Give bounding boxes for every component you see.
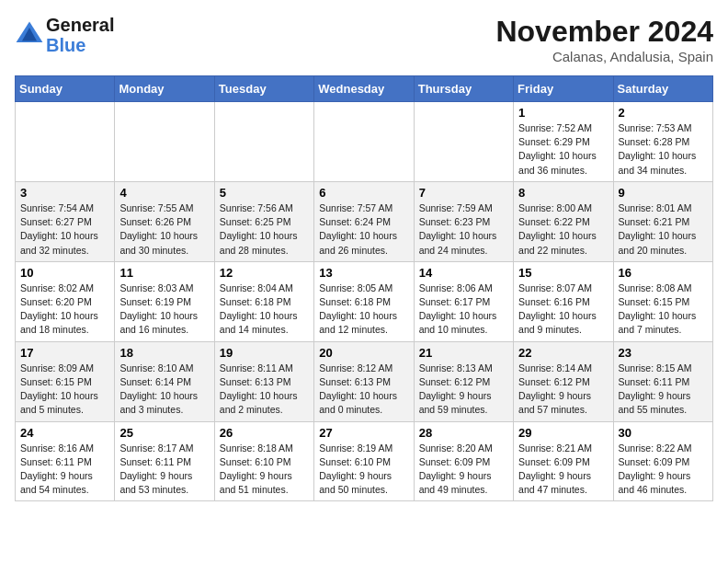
weekday-header: Thursday bbox=[414, 76, 513, 102]
day-number: 15 bbox=[518, 266, 608, 280]
calendar-cell: 28Sunrise: 8:20 AM Sunset: 6:09 PM Dayli… bbox=[414, 421, 513, 501]
day-info: Sunrise: 8:05 AM Sunset: 6:18 PM Dayligh… bbox=[319, 282, 408, 338]
day-info: Sunrise: 8:16 AM Sunset: 6:11 PM Dayligh… bbox=[20, 442, 109, 498]
calendar-cell: 10Sunrise: 8:02 AM Sunset: 6:20 PM Dayli… bbox=[16, 261, 115, 341]
day-info: Sunrise: 8:01 AM Sunset: 6:21 PM Dayligh… bbox=[619, 201, 708, 258]
calendar-cell: 19Sunrise: 8:11 AM Sunset: 6:13 PM Dayli… bbox=[214, 341, 313, 421]
day-info: Sunrise: 7:55 AM Sunset: 6:26 PM Dayligh… bbox=[119, 201, 209, 258]
calendar-cell: 18Sunrise: 8:10 AM Sunset: 6:14 PM Dayli… bbox=[115, 341, 214, 421]
calendar-cell: 5Sunrise: 7:56 AM Sunset: 6:25 PM Daylig… bbox=[214, 181, 313, 261]
day-number: 30 bbox=[619, 426, 708, 440]
title-area: November 2024 Calanas, Andalusia, Spain bbox=[495, 15, 713, 64]
calendar-week-row: 3Sunrise: 7:54 AM Sunset: 6:27 PM Daylig… bbox=[16, 181, 713, 261]
day-number: 18 bbox=[119, 346, 209, 360]
calendar-cell bbox=[414, 102, 513, 182]
day-number: 17 bbox=[20, 346, 109, 360]
day-number: 19 bbox=[220, 346, 309, 360]
calendar-cell: 13Sunrise: 8:05 AM Sunset: 6:18 PM Dayli… bbox=[314, 261, 414, 341]
day-number: 8 bbox=[518, 186, 608, 200]
day-number: 20 bbox=[319, 346, 408, 360]
day-info: Sunrise: 7:52 AM Sunset: 6:29 PM Dayligh… bbox=[518, 121, 608, 178]
day-number: 10 bbox=[20, 266, 109, 280]
calendar-cell: 23Sunrise: 8:15 AM Sunset: 6:11 PM Dayli… bbox=[613, 341, 712, 421]
day-info: Sunrise: 8:22 AM Sunset: 6:09 PM Dayligh… bbox=[619, 442, 708, 498]
day-number: 11 bbox=[119, 266, 209, 280]
calendar-cell: 15Sunrise: 8:07 AM Sunset: 6:16 PM Dayli… bbox=[514, 261, 613, 341]
month-title: November 2024 bbox=[495, 15, 713, 49]
day-info: Sunrise: 8:20 AM Sunset: 6:09 PM Dayligh… bbox=[419, 442, 508, 498]
weekday-header: Sunday bbox=[16, 76, 115, 102]
day-info: Sunrise: 8:13 AM Sunset: 6:12 PM Dayligh… bbox=[419, 362, 508, 418]
day-number: 23 bbox=[619, 346, 708, 360]
calendar-week-row: 17Sunrise: 8:09 AM Sunset: 6:15 PM Dayli… bbox=[16, 341, 713, 421]
day-number: 7 bbox=[419, 186, 508, 200]
calendar-cell: 14Sunrise: 8:06 AM Sunset: 6:17 PM Dayli… bbox=[414, 261, 513, 341]
day-info: Sunrise: 8:07 AM Sunset: 6:16 PM Dayligh… bbox=[518, 282, 608, 338]
calendar-cell: 11Sunrise: 8:03 AM Sunset: 6:19 PM Dayli… bbox=[115, 261, 214, 341]
logo-icon bbox=[15, 20, 44, 50]
day-number: 27 bbox=[319, 426, 408, 440]
day-number: 24 bbox=[20, 426, 109, 440]
calendar-table: SundayMondayTuesdayWednesdayThursdayFrid… bbox=[15, 75, 713, 501]
weekday-header: Friday bbox=[514, 76, 613, 102]
calendar-cell: 6Sunrise: 7:57 AM Sunset: 6:24 PM Daylig… bbox=[314, 181, 414, 261]
header: General Blue November 2024 Calanas, Anda… bbox=[15, 15, 713, 64]
day-number: 3 bbox=[20, 186, 109, 200]
calendar-cell: 21Sunrise: 8:13 AM Sunset: 6:12 PM Dayli… bbox=[414, 341, 513, 421]
day-info: Sunrise: 8:15 AM Sunset: 6:11 PM Dayligh… bbox=[619, 362, 708, 418]
calendar-cell: 27Sunrise: 8:19 AM Sunset: 6:10 PM Dayli… bbox=[314, 421, 414, 501]
logo-text: General Blue bbox=[46, 15, 114, 55]
calendar-week-row: 10Sunrise: 8:02 AM Sunset: 6:20 PM Dayli… bbox=[16, 261, 713, 341]
calendar-cell: 22Sunrise: 8:14 AM Sunset: 6:12 PM Dayli… bbox=[514, 341, 613, 421]
day-info: Sunrise: 7:59 AM Sunset: 6:23 PM Dayligh… bbox=[419, 201, 508, 258]
day-info: Sunrise: 8:04 AM Sunset: 6:18 PM Dayligh… bbox=[220, 282, 309, 338]
day-info: Sunrise: 7:57 AM Sunset: 6:24 PM Dayligh… bbox=[319, 201, 408, 258]
day-info: Sunrise: 8:08 AM Sunset: 6:15 PM Dayligh… bbox=[619, 282, 708, 338]
day-info: Sunrise: 7:56 AM Sunset: 6:25 PM Dayligh… bbox=[220, 201, 309, 258]
day-info: Sunrise: 7:53 AM Sunset: 6:28 PM Dayligh… bbox=[619, 121, 708, 178]
day-info: Sunrise: 8:11 AM Sunset: 6:13 PM Dayligh… bbox=[220, 362, 309, 418]
calendar-cell bbox=[16, 102, 115, 182]
day-info: Sunrise: 8:09 AM Sunset: 6:15 PM Dayligh… bbox=[20, 362, 109, 418]
day-number: 28 bbox=[419, 426, 508, 440]
calendar-cell: 25Sunrise: 8:17 AM Sunset: 6:11 PM Dayli… bbox=[115, 421, 214, 501]
day-number: 26 bbox=[220, 426, 309, 440]
calendar-cell: 1Sunrise: 7:52 AM Sunset: 6:29 PM Daylig… bbox=[514, 102, 613, 182]
day-info: Sunrise: 7:54 AM Sunset: 6:27 PM Dayligh… bbox=[20, 201, 109, 258]
calendar-cell: 3Sunrise: 7:54 AM Sunset: 6:27 PM Daylig… bbox=[16, 181, 115, 261]
calendar-week-row: 24Sunrise: 8:16 AM Sunset: 6:11 PM Dayli… bbox=[16, 421, 713, 501]
day-number: 14 bbox=[419, 266, 508, 280]
day-number: 21 bbox=[419, 346, 508, 360]
day-info: Sunrise: 8:21 AM Sunset: 6:09 PM Dayligh… bbox=[518, 442, 608, 498]
calendar-cell: 24Sunrise: 8:16 AM Sunset: 6:11 PM Dayli… bbox=[16, 421, 115, 501]
weekday-header-row: SundayMondayTuesdayWednesdayThursdayFrid… bbox=[16, 76, 713, 102]
calendar-cell: 9Sunrise: 8:01 AM Sunset: 6:21 PM Daylig… bbox=[613, 181, 712, 261]
weekday-header: Monday bbox=[115, 76, 214, 102]
day-info: Sunrise: 8:00 AM Sunset: 6:22 PM Dayligh… bbox=[518, 201, 608, 258]
calendar-cell: 7Sunrise: 7:59 AM Sunset: 6:23 PM Daylig… bbox=[414, 181, 513, 261]
calendar-cell: 4Sunrise: 7:55 AM Sunset: 6:26 PM Daylig… bbox=[115, 181, 214, 261]
weekday-header: Tuesday bbox=[214, 76, 313, 102]
calendar-cell: 16Sunrise: 8:08 AM Sunset: 6:15 PM Dayli… bbox=[613, 261, 712, 341]
calendar-cell: 30Sunrise: 8:22 AM Sunset: 6:09 PM Dayli… bbox=[613, 421, 712, 501]
day-info: Sunrise: 8:02 AM Sunset: 6:20 PM Dayligh… bbox=[20, 282, 109, 338]
day-info: Sunrise: 8:12 AM Sunset: 6:13 PM Dayligh… bbox=[319, 362, 408, 418]
logo: General Blue bbox=[15, 15, 114, 55]
calendar-cell: 26Sunrise: 8:18 AM Sunset: 6:10 PM Dayli… bbox=[214, 421, 313, 501]
day-number: 2 bbox=[619, 106, 708, 120]
day-number: 16 bbox=[619, 266, 708, 280]
location: Calanas, Andalusia, Spain bbox=[495, 49, 713, 64]
day-number: 29 bbox=[518, 426, 608, 440]
day-info: Sunrise: 8:17 AM Sunset: 6:11 PM Dayligh… bbox=[119, 442, 209, 498]
day-info: Sunrise: 8:18 AM Sunset: 6:10 PM Dayligh… bbox=[220, 442, 309, 498]
day-number: 25 bbox=[119, 426, 209, 440]
day-info: Sunrise: 8:03 AM Sunset: 6:19 PM Dayligh… bbox=[119, 282, 209, 338]
day-info: Sunrise: 8:06 AM Sunset: 6:17 PM Dayligh… bbox=[419, 282, 508, 338]
day-number: 12 bbox=[220, 266, 309, 280]
calendar-cell bbox=[214, 102, 313, 182]
calendar-cell bbox=[314, 102, 414, 182]
calendar-cell bbox=[115, 102, 214, 182]
day-info: Sunrise: 8:19 AM Sunset: 6:10 PM Dayligh… bbox=[319, 442, 408, 498]
day-info: Sunrise: 8:14 AM Sunset: 6:12 PM Dayligh… bbox=[518, 362, 608, 418]
day-number: 9 bbox=[619, 186, 708, 200]
